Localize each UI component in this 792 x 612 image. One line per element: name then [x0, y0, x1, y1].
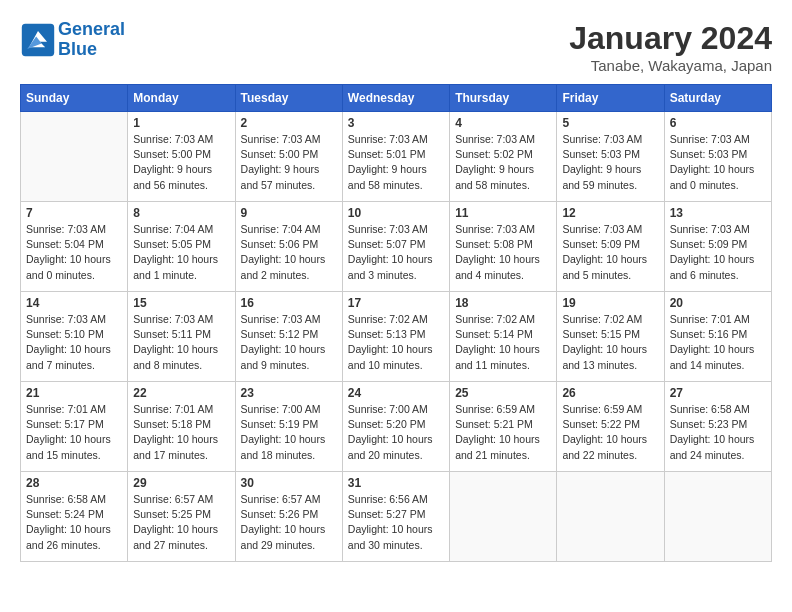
- day-number: 5: [562, 116, 658, 130]
- calendar-cell: [21, 112, 128, 202]
- day-info: Sunrise: 7:02 AM Sunset: 5:15 PM Dayligh…: [562, 312, 658, 373]
- day-number: 23: [241, 386, 337, 400]
- day-number: 20: [670, 296, 766, 310]
- calendar-cell: 22Sunrise: 7:01 AM Sunset: 5:18 PM Dayli…: [128, 382, 235, 472]
- day-info: Sunrise: 7:03 AM Sunset: 5:02 PM Dayligh…: [455, 132, 551, 193]
- calendar-cell: 5Sunrise: 7:03 AM Sunset: 5:03 PM Daylig…: [557, 112, 664, 202]
- calendar-cell: 31Sunrise: 6:56 AM Sunset: 5:27 PM Dayli…: [342, 472, 449, 562]
- day-number: 26: [562, 386, 658, 400]
- day-info: Sunrise: 7:01 AM Sunset: 5:18 PM Dayligh…: [133, 402, 229, 463]
- day-info: Sunrise: 7:03 AM Sunset: 5:10 PM Dayligh…: [26, 312, 122, 373]
- calendar-cell: 17Sunrise: 7:02 AM Sunset: 5:13 PM Dayli…: [342, 292, 449, 382]
- day-info: Sunrise: 7:04 AM Sunset: 5:06 PM Dayligh…: [241, 222, 337, 283]
- month-title: January 2024: [569, 20, 772, 57]
- calendar-cell: 6Sunrise: 7:03 AM Sunset: 5:03 PM Daylig…: [664, 112, 771, 202]
- day-number: 29: [133, 476, 229, 490]
- calendar-cell: 19Sunrise: 7:02 AM Sunset: 5:15 PM Dayli…: [557, 292, 664, 382]
- day-info: Sunrise: 7:03 AM Sunset: 5:09 PM Dayligh…: [670, 222, 766, 283]
- week-row-3: 14Sunrise: 7:03 AM Sunset: 5:10 PM Dayli…: [21, 292, 772, 382]
- day-number: 6: [670, 116, 766, 130]
- calendar-cell: 13Sunrise: 7:03 AM Sunset: 5:09 PM Dayli…: [664, 202, 771, 292]
- day-number: 25: [455, 386, 551, 400]
- day-info: Sunrise: 7:03 AM Sunset: 5:01 PM Dayligh…: [348, 132, 444, 193]
- weekday-header-sunday: Sunday: [21, 85, 128, 112]
- day-info: Sunrise: 7:03 AM Sunset: 5:00 PM Dayligh…: [241, 132, 337, 193]
- calendar-cell: 29Sunrise: 6:57 AM Sunset: 5:25 PM Dayli…: [128, 472, 235, 562]
- calendar-cell: [664, 472, 771, 562]
- day-number: 28: [26, 476, 122, 490]
- calendar-cell: 9Sunrise: 7:04 AM Sunset: 5:06 PM Daylig…: [235, 202, 342, 292]
- day-number: 4: [455, 116, 551, 130]
- weekday-header-saturday: Saturday: [664, 85, 771, 112]
- calendar-cell: 2Sunrise: 7:03 AM Sunset: 5:00 PM Daylig…: [235, 112, 342, 202]
- day-info: Sunrise: 7:03 AM Sunset: 5:04 PM Dayligh…: [26, 222, 122, 283]
- day-number: 7: [26, 206, 122, 220]
- weekday-header-monday: Monday: [128, 85, 235, 112]
- calendar-cell: 30Sunrise: 6:57 AM Sunset: 5:26 PM Dayli…: [235, 472, 342, 562]
- logo-icon: [20, 22, 56, 58]
- weekday-header-tuesday: Tuesday: [235, 85, 342, 112]
- calendar-cell: 4Sunrise: 7:03 AM Sunset: 5:02 PM Daylig…: [450, 112, 557, 202]
- week-row-4: 21Sunrise: 7:01 AM Sunset: 5:17 PM Dayli…: [21, 382, 772, 472]
- weekday-header-row: SundayMondayTuesdayWednesdayThursdayFrid…: [21, 85, 772, 112]
- day-info: Sunrise: 7:03 AM Sunset: 5:03 PM Dayligh…: [670, 132, 766, 193]
- calendar-cell: 14Sunrise: 7:03 AM Sunset: 5:10 PM Dayli…: [21, 292, 128, 382]
- week-row-2: 7Sunrise: 7:03 AM Sunset: 5:04 PM Daylig…: [21, 202, 772, 292]
- day-number: 16: [241, 296, 337, 310]
- calendar-cell: 10Sunrise: 7:03 AM Sunset: 5:07 PM Dayli…: [342, 202, 449, 292]
- calendar-cell: 23Sunrise: 7:00 AM Sunset: 5:19 PM Dayli…: [235, 382, 342, 472]
- calendar-cell: 1Sunrise: 7:03 AM Sunset: 5:00 PM Daylig…: [128, 112, 235, 202]
- day-number: 8: [133, 206, 229, 220]
- week-row-5: 28Sunrise: 6:58 AM Sunset: 5:24 PM Dayli…: [21, 472, 772, 562]
- day-info: Sunrise: 7:01 AM Sunset: 5:16 PM Dayligh…: [670, 312, 766, 373]
- day-info: Sunrise: 6:59 AM Sunset: 5:22 PM Dayligh…: [562, 402, 658, 463]
- calendar-cell: 26Sunrise: 6:59 AM Sunset: 5:22 PM Dayli…: [557, 382, 664, 472]
- logo-line2: Blue: [58, 39, 97, 59]
- week-row-1: 1Sunrise: 7:03 AM Sunset: 5:00 PM Daylig…: [21, 112, 772, 202]
- day-info: Sunrise: 7:03 AM Sunset: 5:08 PM Dayligh…: [455, 222, 551, 283]
- day-number: 17: [348, 296, 444, 310]
- day-info: Sunrise: 6:57 AM Sunset: 5:26 PM Dayligh…: [241, 492, 337, 553]
- day-number: 1: [133, 116, 229, 130]
- calendar-cell: 28Sunrise: 6:58 AM Sunset: 5:24 PM Dayli…: [21, 472, 128, 562]
- day-number: 27: [670, 386, 766, 400]
- day-number: 19: [562, 296, 658, 310]
- logo-line1: General: [58, 19, 125, 39]
- day-number: 11: [455, 206, 551, 220]
- day-number: 13: [670, 206, 766, 220]
- location: Tanabe, Wakayama, Japan: [569, 57, 772, 74]
- day-info: Sunrise: 6:58 AM Sunset: 5:24 PM Dayligh…: [26, 492, 122, 553]
- day-info: Sunrise: 6:56 AM Sunset: 5:27 PM Dayligh…: [348, 492, 444, 553]
- calendar-table: SundayMondayTuesdayWednesdayThursdayFrid…: [20, 84, 772, 562]
- calendar-cell: 7Sunrise: 7:03 AM Sunset: 5:04 PM Daylig…: [21, 202, 128, 292]
- day-number: 24: [348, 386, 444, 400]
- day-info: Sunrise: 7:03 AM Sunset: 5:11 PM Dayligh…: [133, 312, 229, 373]
- day-number: 9: [241, 206, 337, 220]
- day-info: Sunrise: 7:03 AM Sunset: 5:12 PM Dayligh…: [241, 312, 337, 373]
- day-info: Sunrise: 6:58 AM Sunset: 5:23 PM Dayligh…: [670, 402, 766, 463]
- day-number: 3: [348, 116, 444, 130]
- day-number: 18: [455, 296, 551, 310]
- page-header: General Blue January 2024 Tanabe, Wakaya…: [20, 20, 772, 74]
- day-info: Sunrise: 7:02 AM Sunset: 5:13 PM Dayligh…: [348, 312, 444, 373]
- day-number: 15: [133, 296, 229, 310]
- day-number: 14: [26, 296, 122, 310]
- day-info: Sunrise: 7:03 AM Sunset: 5:00 PM Dayligh…: [133, 132, 229, 193]
- day-info: Sunrise: 6:59 AM Sunset: 5:21 PM Dayligh…: [455, 402, 551, 463]
- day-info: Sunrise: 7:03 AM Sunset: 5:03 PM Dayligh…: [562, 132, 658, 193]
- day-number: 22: [133, 386, 229, 400]
- calendar-cell: 18Sunrise: 7:02 AM Sunset: 5:14 PM Dayli…: [450, 292, 557, 382]
- logo: General Blue: [20, 20, 125, 60]
- day-number: 10: [348, 206, 444, 220]
- day-info: Sunrise: 6:57 AM Sunset: 5:25 PM Dayligh…: [133, 492, 229, 553]
- calendar-cell: 21Sunrise: 7:01 AM Sunset: 5:17 PM Dayli…: [21, 382, 128, 472]
- day-info: Sunrise: 7:02 AM Sunset: 5:14 PM Dayligh…: [455, 312, 551, 373]
- calendar-cell: 25Sunrise: 6:59 AM Sunset: 5:21 PM Dayli…: [450, 382, 557, 472]
- calendar-cell: 11Sunrise: 7:03 AM Sunset: 5:08 PM Dayli…: [450, 202, 557, 292]
- day-info: Sunrise: 7:01 AM Sunset: 5:17 PM Dayligh…: [26, 402, 122, 463]
- title-area: January 2024 Tanabe, Wakayama, Japan: [569, 20, 772, 74]
- calendar-cell: 20Sunrise: 7:01 AM Sunset: 5:16 PM Dayli…: [664, 292, 771, 382]
- weekday-header-thursday: Thursday: [450, 85, 557, 112]
- calendar-cell: [450, 472, 557, 562]
- calendar-cell: 15Sunrise: 7:03 AM Sunset: 5:11 PM Dayli…: [128, 292, 235, 382]
